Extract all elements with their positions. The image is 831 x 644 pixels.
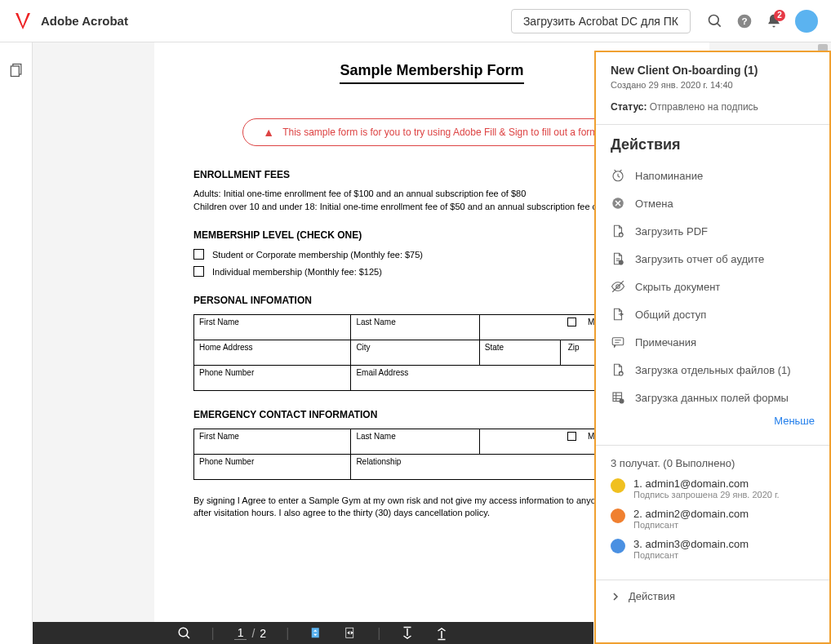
- total-pages: 2: [260, 627, 266, 640]
- checkbox-icon[interactable]: [567, 432, 576, 441]
- panel-doc-name: New Client On-boarding (1): [611, 64, 815, 77]
- comment-icon: [611, 335, 625, 349]
- action-hide[interactable]: Скрыть документ: [611, 273, 815, 300]
- actions-heading: Действия: [611, 136, 815, 153]
- recipients-heading: 3 получат. (0 Выполнено): [611, 457, 815, 469]
- svg-text:?: ?: [741, 16, 747, 26]
- recipient-status: Подписант: [633, 520, 749, 530]
- action-download-audit[interactable]: Загрузить отчет об аудите: [611, 245, 815, 273]
- logo-group: Adobe Acrobat: [13, 11, 128, 31]
- fit-page-icon[interactable]: [309, 626, 323, 641]
- phone-cell[interactable]: Phone Number: [194, 366, 351, 391]
- panel-created: Создано 29 янв. 2020 г. 14:40: [611, 80, 815, 90]
- app-title: Adobe Acrobat: [41, 14, 128, 28]
- download-desktop-button[interactable]: Загрузить Acrobat DC для ПК: [511, 9, 691, 33]
- em-first-name-cell[interactable]: First Name: [194, 429, 351, 455]
- hide-icon: [611, 279, 625, 294]
- city-cell[interactable]: City: [351, 340, 479, 366]
- download-pdf-icon: [611, 224, 625, 238]
- action-label: Отмена: [635, 198, 673, 210]
- action-label: Загрузить отчет об аудите: [635, 253, 764, 265]
- avatar[interactable]: [795, 10, 818, 33]
- status-value: Отправлено на подпись: [650, 101, 758, 113]
- notification-badge: 2: [774, 10, 785, 21]
- page-indicator: 1 / 2: [234, 626, 266, 640]
- checkbox-icon[interactable]: [193, 249, 204, 260]
- form-title: Sample Membership Form: [340, 62, 523, 84]
- document-toolbar: | 1 / 2 | |: [33, 622, 593, 644]
- svg-line-7: [186, 635, 189, 638]
- em-last-name-cell[interactable]: Last Name: [351, 429, 479, 455]
- clock-icon: [611, 168, 625, 183]
- first-name-cell[interactable]: First Name: [194, 315, 351, 340]
- action-label: Загрузка отдельных файлов (1): [635, 364, 791, 376]
- action-download-pdf[interactable]: Загрузить PDF: [611, 217, 815, 245]
- panel-status: Статус: Отправлено на подпись: [611, 101, 815, 113]
- svg-rect-18: [612, 338, 624, 345]
- audit-icon: [611, 251, 625, 266]
- membership-opt2-label: Individual membership (Monthly fee: $125…: [212, 267, 382, 277]
- zoom-out-icon[interactable]: [400, 626, 415, 641]
- recipient-row[interactable]: 2. admin2@domain.com Подписант: [611, 508, 815, 530]
- recipient-name: 3. admin3@domain.com: [633, 538, 749, 550]
- action-label: Загрузка данных полей формы: [635, 392, 789, 404]
- recipient-dot: [611, 539, 625, 553]
- help-icon[interactable]: ?: [736, 13, 753, 29]
- current-page[interactable]: 1: [234, 626, 247, 640]
- svg-rect-8: [312, 628, 319, 637]
- svg-line-1: [718, 23, 721, 26]
- zip-label: Zip: [563, 343, 580, 352]
- fit-width-icon[interactable]: [343, 626, 358, 641]
- actions-collapse[interactable]: Действия: [596, 580, 829, 612]
- share-icon: [611, 307, 625, 322]
- action-notes[interactable]: Примечания: [611, 328, 815, 356]
- search-icon[interactable]: [707, 13, 723, 29]
- recipient-row[interactable]: 1. admin1@domain.com Подпись запрошена 2…: [611, 477, 815, 500]
- svg-point-21: [620, 399, 624, 404]
- action-label: Примечания: [635, 336, 696, 349]
- zoom-in-icon[interactable]: [434, 626, 449, 641]
- warning-icon: ▲: [263, 126, 274, 139]
- em-phone-cell[interactable]: Phone Number: [194, 455, 351, 480]
- recipient-row[interactable]: 3. admin3@domain.com Подписант: [611, 538, 815, 560]
- app-header: Adobe Acrobat Загрузить Acrobat DC для П…: [0, 0, 831, 42]
- warning-text: This sample form is for you to try using…: [282, 127, 601, 138]
- chevron-right-icon: [611, 592, 620, 602]
- acrobat-logo-icon: [13, 11, 33, 31]
- status-label: Статус:: [611, 101, 647, 113]
- pages-icon[interactable]: [8, 62, 24, 78]
- svg-point-6: [179, 628, 188, 637]
- membership-opt1-label: Student or Corporate membership (Monthly…: [212, 250, 423, 260]
- cancel-icon: [611, 196, 625, 211]
- action-share[interactable]: Общий доступ: [611, 300, 815, 328]
- action-label: Общий доступ: [635, 309, 706, 321]
- checkbox-icon[interactable]: [567, 318, 576, 326]
- notifications-icon[interactable]: 2: [766, 13, 782, 29]
- recipient-status: Подпись запрошена 29 янв. 2020 г.: [633, 490, 780, 500]
- checkbox-icon[interactable]: [193, 266, 204, 277]
- svg-point-15: [619, 260, 624, 265]
- left-rail: [0, 42, 33, 622]
- svg-rect-5: [11, 66, 19, 77]
- action-label: Загрузить PDF: [635, 225, 708, 238]
- home-address-cell[interactable]: Home Address: [194, 340, 351, 366]
- recipient-name: 2. admin2@domain.com: [633, 508, 749, 520]
- page-separator: /: [251, 627, 255, 640]
- less-link[interactable]: Меньше: [611, 411, 815, 433]
- svg-point-0: [709, 15, 719, 24]
- recipient-dot: [611, 478, 625, 493]
- search-in-doc-icon[interactable]: [177, 626, 192, 641]
- action-cancel[interactable]: Отмена: [611, 189, 815, 217]
- details-panel: New Client On-boarding (1) Создано 29 ян…: [594, 51, 831, 644]
- form-data-icon: [611, 390, 625, 405]
- last-name-cell[interactable]: Last Name: [351, 315, 479, 340]
- action-download-form-data[interactable]: Загрузка данных полей формы: [611, 384, 815, 411]
- action-download-files[interactable]: Загрузка отдельных файлов (1): [611, 356, 815, 384]
- warning-banner: ▲ This sample form is for you to try usi…: [242, 118, 620, 146]
- recipient-name: 1. admin1@domain.com: [633, 477, 780, 490]
- download-files-icon: [611, 362, 625, 377]
- action-label: Скрыть документ: [635, 281, 720, 293]
- state-label: State: [480, 340, 561, 365]
- action-reminder[interactable]: Напоминание: [611, 162, 815, 189]
- recipient-dot: [611, 509, 625, 523]
